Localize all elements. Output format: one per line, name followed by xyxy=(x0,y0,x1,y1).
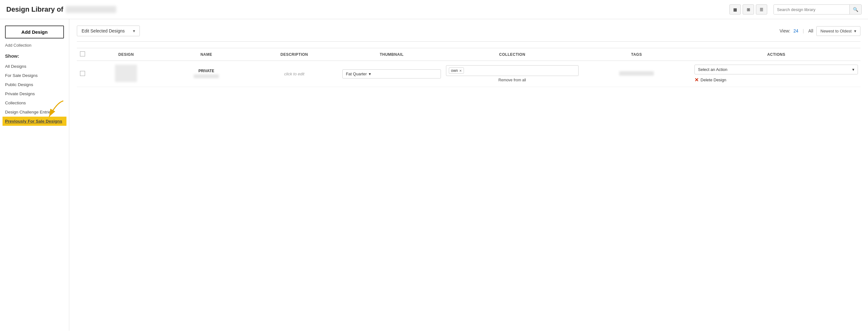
edit-selected-dropdown[interactable]: Edit Selected Designs ▾ xyxy=(77,26,140,36)
col-tags: TAGS xyxy=(581,48,692,61)
main-layout: Add Design Add Collection Show: All Desi… xyxy=(0,19,868,331)
grid-medium-icon[interactable]: ⊞ xyxy=(743,4,754,15)
delete-x-icon: ✕ xyxy=(694,77,699,83)
col-collection: COLLECTION xyxy=(443,48,581,61)
col-thumbnail: THUMBNAIL xyxy=(340,48,443,61)
username-blurred xyxy=(66,6,116,13)
view-controls: View: 24 | All Newest to Oldest ▾ xyxy=(779,26,861,36)
sidebar-item-collections[interactable]: Collections xyxy=(5,98,64,108)
col-description: DESCRIPTION xyxy=(248,48,340,61)
remove-tag-icon[interactable]: ✕ xyxy=(459,69,462,73)
sidebar: Add Design Add Collection Show: All Desi… xyxy=(0,19,69,331)
title-text: Design Library of xyxy=(6,5,63,13)
search-input[interactable] xyxy=(774,5,849,14)
remove-from-all-link[interactable]: Remove from all xyxy=(446,78,579,82)
collection-input: own ✕ xyxy=(446,65,579,76)
row-name-cell: PRIVATE xyxy=(164,61,249,87)
sort-chevron-icon: ▾ xyxy=(854,29,856,33)
row-collection-cell: own ✕ Remove from all xyxy=(443,61,581,87)
action-select-dropdown[interactable]: Select an Action ▾ xyxy=(694,65,858,74)
view-separator: | xyxy=(803,28,804,33)
thumbnail-dropdown[interactable]: Fat Quarter ▾ xyxy=(342,70,441,79)
list-icon[interactable]: ☰ xyxy=(756,4,767,15)
design-status-private: PRIVATE xyxy=(166,69,246,73)
content-area: Edit Selected Designs ▾ View: 24 | All N… xyxy=(69,19,868,331)
design-thumbnail-image xyxy=(115,65,137,82)
row-description-cell[interactable]: click to edit xyxy=(248,61,340,87)
add-collection-link[interactable]: Add Collection xyxy=(5,43,64,48)
col-name: NAME xyxy=(164,48,249,61)
collection-tag-label: own xyxy=(451,68,458,73)
page-title: Design Library of xyxy=(6,5,723,13)
view-label: View: xyxy=(779,28,790,33)
thumbnail-chevron-icon: ▾ xyxy=(369,72,371,76)
chevron-down-icon: ▾ xyxy=(133,28,135,33)
sidebar-item-challenge[interactable]: Design Challenge Entries xyxy=(5,108,64,117)
add-design-button[interactable]: Add Design xyxy=(5,26,64,38)
sidebar-item-private[interactable]: Private Designs xyxy=(5,89,64,98)
row-actions-cell: Select an Action ▾ ✕ Delete Design xyxy=(692,61,861,87)
row-design-cell xyxy=(88,61,164,87)
edit-selected-label: Edit Selected Designs xyxy=(82,28,125,33)
sidebar-item-for-sale[interactable]: For Sale Designs xyxy=(5,71,64,80)
toolbar: Edit Selected Designs ▾ View: 24 | All N… xyxy=(77,26,861,36)
row-checkbox[interactable] xyxy=(80,71,85,76)
header: Design Library of ▦ ⊞ ☰ 🔍 xyxy=(0,0,868,19)
grid-small-icon[interactable]: ▦ xyxy=(730,4,741,15)
row-thumbnail-cell: Fat Quarter ▾ xyxy=(340,61,443,87)
view-24-link[interactable]: 24 xyxy=(793,28,798,33)
view-all-link[interactable]: All xyxy=(808,28,813,33)
collection-tag-own: own ✕ xyxy=(449,67,464,74)
view-icons-group: ▦ ⊞ ☰ xyxy=(730,4,767,15)
description-edit-text[interactable]: click to edit xyxy=(284,72,304,76)
sidebar-item-public[interactable]: Public Designs xyxy=(5,80,64,89)
col-actions: ACTIONS xyxy=(692,48,861,61)
delete-design-label: Delete Design xyxy=(701,78,726,82)
select-all-header xyxy=(77,48,88,61)
design-name-blurred xyxy=(194,74,219,78)
row-checkbox-cell xyxy=(77,61,88,87)
sort-dropdown[interactable]: Newest to Oldest ▾ xyxy=(816,26,861,36)
sidebar-item-previously-for-sale[interactable]: Previously For Sale Designs xyxy=(2,117,66,126)
select-all-checkbox[interactable] xyxy=(80,51,85,56)
divider xyxy=(77,41,861,42)
col-design: DESIGN xyxy=(88,48,164,61)
tags-blurred xyxy=(619,71,654,76)
sidebar-nav: All Designs For Sale Designs Public Desi… xyxy=(5,62,64,126)
action-select-label: Select an Action xyxy=(698,67,727,72)
show-label: Show: xyxy=(5,53,64,59)
designs-table: DESIGN NAME DESCRIPTION THUMBNAIL COLLEC… xyxy=(77,48,861,87)
thumbnail-option-label: Fat Quarter xyxy=(346,72,367,76)
table-row: PRIVATE click to edit Fat Quarter ▾ xyxy=(77,61,861,87)
delete-design-button[interactable]: ✕ Delete Design xyxy=(694,77,858,83)
row-tags-cell xyxy=(581,61,692,87)
sidebar-item-all-designs[interactable]: All Designs xyxy=(5,62,64,71)
sort-label: Newest to Oldest xyxy=(820,29,851,33)
action-chevron-icon: ▾ xyxy=(852,67,855,72)
search-container: 🔍 xyxy=(774,4,862,15)
search-button[interactable]: 🔍 xyxy=(849,5,861,14)
